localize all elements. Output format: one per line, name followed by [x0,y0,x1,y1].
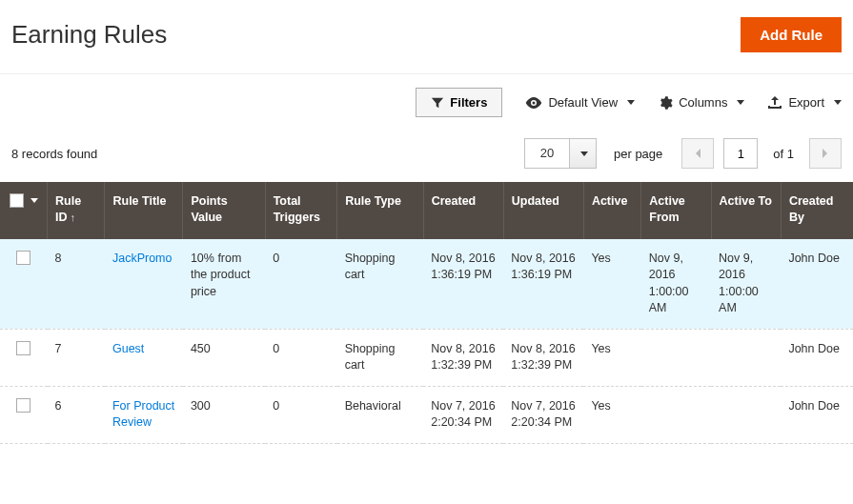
cell-points: 10% from the product price [183,239,265,330]
prev-page-button[interactable] [681,138,714,169]
add-rule-button[interactable]: Add Rule [741,17,842,52]
row-checkbox[interactable] [16,398,30,413]
chevron-down-icon [580,151,588,156]
cell-created: Nov 8, 2016 1:32:39 PM [423,329,503,386]
cell-active: Yes [583,239,640,330]
rules-grid: Rule ID↑ Rule Title Points Value Total T… [0,182,853,444]
page-size-value: 20 [524,138,570,169]
cell-created: Nov 7, 2016 2:20:34 PM [423,386,503,443]
col-active-to[interactable]: Active To [711,182,781,239]
default-view-label: Default View [548,95,618,110]
cell-active-from [641,386,711,443]
current-page-input[interactable] [723,138,758,169]
cell-active-from [641,329,711,386]
control-bar: 8 records found 20 per page of 1 [0,129,853,182]
page-size-toggle[interactable] [570,138,597,169]
col-total-triggers[interactable]: Total Triggers [265,182,336,239]
chevron-down-icon [30,198,38,203]
cell-triggers: 0 [265,329,336,386]
cell-active-to [711,329,781,386]
select-all-checkbox[interactable] [10,193,24,208]
col-rule-id[interactable]: Rule ID↑ [48,182,105,239]
cell-type: Shopping cart [337,239,424,330]
pager-group: 20 per page of 1 [524,138,842,169]
cell-active: Yes [583,329,640,386]
col-created-by[interactable]: Created By [781,182,853,239]
filters-label: Filters [450,95,487,110]
per-page-label: per page [614,147,662,161]
gear-icon [658,95,673,111]
chevron-down-icon [627,100,635,105]
columns-button[interactable]: Columns [658,95,744,111]
svg-point-0 [533,101,536,104]
chevron-left-icon [694,148,701,159]
cell-created-by: John Doe [781,386,853,443]
sort-asc-icon: ↑ [71,212,76,223]
export-icon [767,96,782,110]
cell-active-to: Nov 9, 2016 1:00:00 AM [711,239,781,330]
export-label: Export [788,95,824,110]
funnel-icon [431,96,444,110]
cell-triggers: 0 [265,239,336,330]
col-created[interactable]: Created [423,182,503,239]
chevron-down-icon [737,100,744,105]
filters-button[interactable]: Filters [416,88,502,117]
row-checkbox[interactable] [16,341,30,355]
columns-label: Columns [679,95,727,110]
of-pages-label: of 1 [773,147,794,161]
table-row[interactable]: 6For Product Review3000BehavioralNov 7, … [0,386,853,443]
col-points-value[interactable]: Points Value [183,182,265,239]
cell-type: Behavioral [337,386,424,443]
export-button[interactable]: Export [767,95,842,110]
cell-points: 300 [183,386,265,443]
cell-created-by: John Doe [781,329,853,386]
cell-created: Nov 8, 2016 1:36:19 PM [423,239,503,330]
row-checkbox[interactable] [16,251,30,265]
cell-triggers: 0 [265,386,336,443]
table-row[interactable]: 8JackPromo10% from the product price0Sho… [0,239,853,330]
default-view-button[interactable]: Default View [525,95,635,110]
col-active-from[interactable]: Active From [641,182,711,239]
col-rule-type[interactable]: Rule Type [337,182,424,239]
page-title: Earning Rules [11,20,167,50]
cell-updated: Nov 7, 2016 2:20:34 PM [503,386,583,443]
cell-id: 8 [48,239,105,330]
cell-points: 450 [183,329,265,386]
grid-toolbar: Filters Default View Columns Export [0,74,853,129]
rule-title-link[interactable]: JackPromo [112,252,173,265]
cell-created-by: John Doe [781,239,853,330]
select-all-header[interactable] [0,182,48,239]
col-updated[interactable]: Updated [503,182,583,239]
records-found-label: 8 records found [11,147,97,161]
chevron-right-icon [822,148,829,159]
cell-id: 6 [48,386,105,443]
col-rule-title[interactable]: Rule Title [105,182,183,239]
next-page-button[interactable] [809,138,842,169]
page-size-selector[interactable]: 20 [524,138,597,169]
cell-updated: Nov 8, 2016 1:32:39 PM [503,329,583,386]
page-header: Earning Rules Add Rule [0,0,853,74]
chevron-down-icon [834,100,842,105]
cell-active: Yes [583,386,640,443]
table-row[interactable]: 7Guest4500Shopping cartNov 8, 2016 1:32:… [0,329,853,386]
col-active[interactable]: Active [583,182,640,239]
cell-type: Shopping cart [337,329,424,386]
cell-active-to [711,386,781,443]
cell-active-from: Nov 9, 2016 1:00:00 AM [641,239,711,330]
rule-title-link[interactable]: Guest [112,342,144,355]
eye-icon [525,96,542,110]
cell-updated: Nov 8, 2016 1:36:19 PM [503,239,583,330]
cell-id: 7 [48,329,105,386]
rule-title-link[interactable]: For Product Review [112,399,174,430]
